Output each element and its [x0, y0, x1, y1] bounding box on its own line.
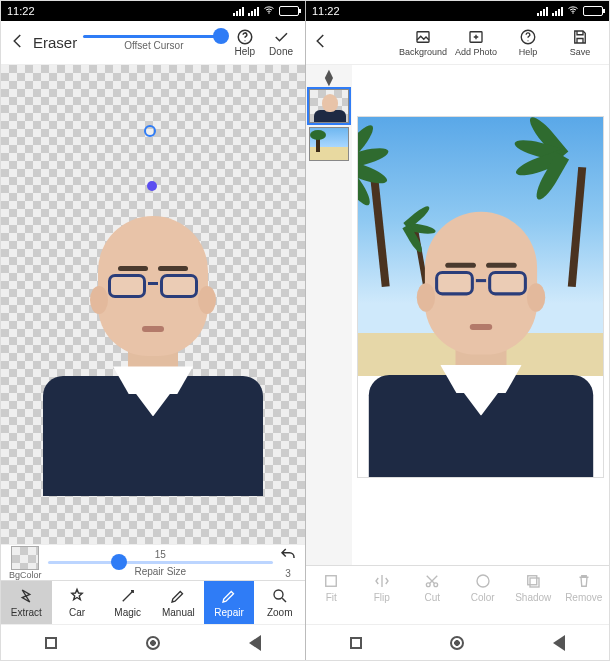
- subject-cutout-thumb[interactable]: [309, 89, 349, 123]
- done-button[interactable]: Done: [265, 28, 297, 57]
- tab-fit[interactable]: Fit: [306, 566, 357, 609]
- bottom-tabbar-right: Fit Flip Cut Color Shadow Remove: [306, 565, 609, 609]
- svg-point-11: [434, 583, 438, 587]
- android-nav-bar: [1, 624, 305, 660]
- back-button[interactable]: [9, 32, 27, 54]
- tab-cut[interactable]: Cut: [407, 566, 458, 609]
- tab-extract[interactable]: Extract: [1, 581, 52, 624]
- help-button[interactable]: Help: [231, 28, 260, 57]
- wifi-icon: [567, 4, 579, 18]
- undo-button[interactable]: [279, 546, 297, 568]
- reorder-arrows-icon[interactable]: ▲▼: [322, 69, 336, 85]
- svg-point-2: [244, 40, 245, 41]
- beach-bg-thumb[interactable]: [309, 127, 349, 161]
- tab-color[interactable]: Color: [458, 566, 509, 609]
- signal-icon: [248, 7, 259, 16]
- svg-rect-14: [530, 578, 539, 587]
- background-button[interactable]: Background: [399, 28, 447, 57]
- repair-size-label: Repair Size: [134, 566, 186, 577]
- nav-back-icon[interactable]: [249, 635, 261, 651]
- offset-cursor-label: Offset Cursor: [124, 40, 183, 51]
- svg-point-4: [572, 12, 574, 14]
- editor-canvas[interactable]: [1, 65, 305, 544]
- svg-point-8: [527, 40, 528, 41]
- status-bar: 11:22: [1, 1, 305, 21]
- subject-cutout: [43, 198, 263, 458]
- android-nav-bar: [306, 624, 609, 660]
- svg-rect-13: [528, 576, 537, 585]
- nav-home-icon[interactable]: [146, 636, 160, 650]
- repair-size-slider[interactable]: 15 Repair Size: [48, 549, 273, 577]
- toolbar-right: Background Add Photo Help Save: [306, 21, 609, 65]
- add-photo-button[interactable]: Add Photo: [453, 28, 499, 57]
- bgcolor-button[interactable]: [11, 546, 39, 570]
- wifi-icon: [263, 4, 275, 18]
- svg-point-0: [268, 12, 270, 14]
- palm-fronds: [523, 149, 603, 199]
- repair-size-value: 15: [155, 549, 166, 560]
- tab-manual[interactable]: Manual: [153, 581, 204, 624]
- offset-cursor-slider[interactable]: Offset Cursor: [83, 35, 224, 51]
- tab-magic[interactable]: Magic: [102, 581, 153, 624]
- signal-icon: [233, 7, 244, 16]
- screen-title: Eraser: [33, 34, 77, 51]
- phone-left: 11:22 Eraser Offset Cursor Help: [1, 1, 306, 660]
- layer-thumbnails: ▲▼: [306, 65, 352, 565]
- svg-rect-9: [326, 576, 337, 587]
- nav-back-icon[interactable]: [553, 635, 565, 651]
- signal-icon: [537, 7, 548, 16]
- bottom-tabbar: Extract Car Magic Manual Repair Zoom: [1, 580, 305, 624]
- tab-car[interactable]: Car: [52, 581, 103, 624]
- tab-flip[interactable]: Flip: [357, 566, 408, 609]
- tab-repair[interactable]: Repair: [204, 581, 255, 624]
- help-button[interactable]: Help: [505, 28, 551, 57]
- svg-point-12: [477, 575, 489, 587]
- status-time: 11:22: [7, 5, 35, 17]
- svg-point-3: [274, 590, 283, 599]
- svg-rect-5: [417, 32, 429, 43]
- repair-controls: BgColor 15 Repair Size 3: [1, 544, 305, 580]
- compose-canvas[interactable]: [352, 65, 609, 565]
- signal-icon: [552, 7, 563, 16]
- nav-home-icon[interactable]: [450, 636, 464, 650]
- status-bar: 11:22: [306, 1, 609, 21]
- nav-recent-icon[interactable]: [350, 637, 362, 649]
- back-button[interactable]: [312, 32, 330, 54]
- toolbar-left: Eraser Offset Cursor Help Done: [1, 21, 305, 65]
- svg-point-10: [427, 583, 431, 587]
- tab-zoom[interactable]: Zoom: [254, 581, 305, 624]
- battery-icon: [583, 6, 603, 16]
- photo-frame: [358, 117, 603, 477]
- bgcolor-label: BgColor: [9, 570, 42, 580]
- status-right: [537, 4, 603, 18]
- nav-recent-icon[interactable]: [45, 637, 57, 649]
- subject-on-background[interactable]: [368, 193, 592, 458]
- status-right: [233, 4, 299, 18]
- undo-count: 3: [285, 568, 291, 579]
- status-time: 11:22: [312, 5, 340, 17]
- tab-shadow[interactable]: Shadow: [508, 566, 559, 609]
- save-button[interactable]: Save: [557, 28, 603, 57]
- phone-right: 11:22 Background Add Photo: [306, 1, 609, 660]
- cursor-touch-dot: [147, 181, 157, 191]
- battery-icon: [279, 6, 299, 16]
- tab-remove[interactable]: Remove: [559, 566, 610, 609]
- cursor-offset-ring: [144, 125, 156, 137]
